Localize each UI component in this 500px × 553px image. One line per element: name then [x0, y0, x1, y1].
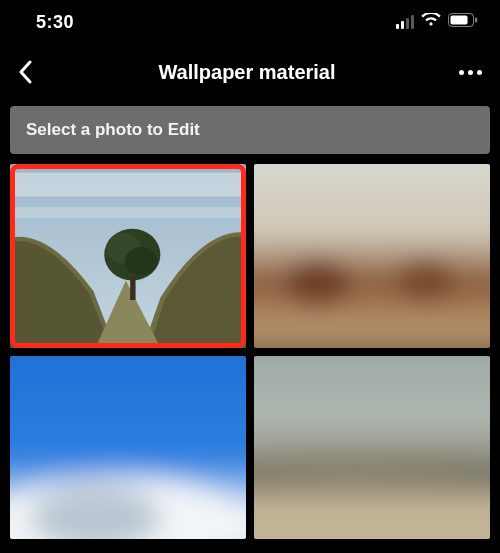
- nav-bar: Wallpaper material: [0, 44, 500, 100]
- svg-point-8: [125, 247, 157, 275]
- svg-point-12: [396, 259, 456, 302]
- status-indicators: [396, 13, 478, 31]
- wifi-icon: [421, 13, 441, 31]
- photo-tree-valley[interactable]: [10, 164, 246, 348]
- instruction-text: Select a photo to Edit: [26, 120, 200, 139]
- chevron-left-icon: [18, 60, 32, 84]
- svg-rect-4: [10, 173, 246, 197]
- status-bar: 5:30: [0, 0, 500, 44]
- photo-blurred-dune[interactable]: [254, 356, 490, 540]
- photo-blurred-desert[interactable]: [254, 164, 490, 348]
- photo-blurred-mountain[interactable]: [10, 356, 246, 540]
- cellular-icon: [396, 15, 414, 29]
- svg-rect-5: [10, 207, 246, 218]
- svg-rect-10: [254, 164, 490, 348]
- svg-rect-9: [130, 276, 135, 300]
- svg-rect-1: [451, 16, 468, 25]
- photo-grid: [0, 164, 500, 547]
- more-horizontal-icon: [459, 70, 464, 75]
- more-button[interactable]: [446, 50, 482, 94]
- status-time: 5:30: [36, 12, 74, 33]
- instruction-banner: Select a photo to Edit: [10, 106, 490, 154]
- svg-point-11: [286, 259, 351, 306]
- back-button[interactable]: [18, 50, 48, 94]
- page-title: Wallpaper material: [158, 61, 335, 84]
- svg-rect-2: [475, 18, 477, 23]
- app-screen: 5:30 Wallpaper material: [0, 0, 500, 553]
- battery-icon: [448, 13, 478, 31]
